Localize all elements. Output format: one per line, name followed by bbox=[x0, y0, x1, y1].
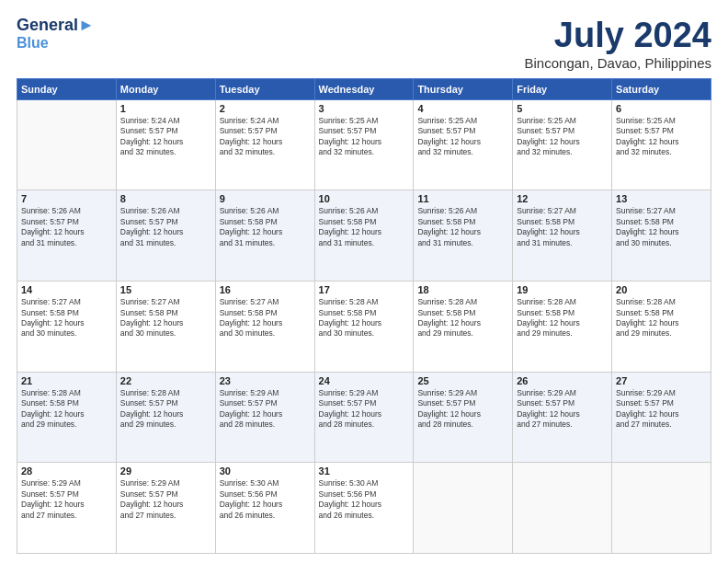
day-number: 3 bbox=[319, 103, 410, 114]
calendar-week-3: 14Sunrise: 5:27 AM Sunset: 5:58 PM Dayli… bbox=[17, 282, 711, 373]
page: General► Blue July 2024 Bincongan, Davao… bbox=[0, 0, 728, 563]
day-number: 27 bbox=[616, 375, 707, 386]
logo-text-line1: General► bbox=[17, 17, 95, 35]
day-number: 7 bbox=[21, 193, 112, 204]
calendar-week-2: 7Sunrise: 5:26 AM Sunset: 5:57 PM Daylig… bbox=[17, 190, 711, 282]
day-info: Sunrise: 5:29 AM Sunset: 5:57 PM Dayligh… bbox=[220, 388, 311, 431]
day-number: 9 bbox=[220, 193, 311, 204]
calendar-cell: 10Sunrise: 5:26 AM Sunset: 5:58 PM Dayli… bbox=[314, 190, 414, 282]
day-info: Sunrise: 5:28 AM Sunset: 5:58 PM Dayligh… bbox=[517, 297, 608, 339]
weekday-header-sunday: Sunday bbox=[17, 78, 117, 99]
calendar-cell: 25Sunrise: 5:29 AM Sunset: 5:57 PM Dayli… bbox=[414, 372, 513, 463]
day-info: Sunrise: 5:27 AM Sunset: 5:58 PM Dayligh… bbox=[120, 297, 211, 339]
calendar-cell bbox=[513, 463, 612, 554]
day-info: Sunrise: 5:28 AM Sunset: 5:58 PM Dayligh… bbox=[319, 297, 410, 339]
day-info: Sunrise: 5:30 AM Sunset: 5:56 PM Dayligh… bbox=[319, 478, 410, 521]
calendar-cell: 2Sunrise: 5:24 AM Sunset: 5:57 PM Daylig… bbox=[215, 99, 314, 190]
calendar-week-5: 28Sunrise: 5:29 AM Sunset: 5:57 PM Dayli… bbox=[17, 463, 711, 554]
weekday-header-tuesday: Tuesday bbox=[215, 78, 314, 99]
day-info: Sunrise: 5:25 AM Sunset: 5:57 PM Dayligh… bbox=[517, 116, 608, 158]
calendar-cell: 28Sunrise: 5:29 AM Sunset: 5:57 PM Dayli… bbox=[17, 463, 117, 554]
logo-blue: ► bbox=[78, 16, 95, 34]
day-number: 24 bbox=[319, 375, 410, 386]
day-number: 16 bbox=[220, 284, 311, 295]
calendar-week-1: 1Sunrise: 5:24 AM Sunset: 5:57 PM Daylig… bbox=[17, 99, 711, 190]
day-info: Sunrise: 5:29 AM Sunset: 5:57 PM Dayligh… bbox=[616, 388, 707, 431]
calendar-cell: 17Sunrise: 5:28 AM Sunset: 5:58 PM Dayli… bbox=[314, 282, 414, 373]
day-number: 2 bbox=[220, 103, 311, 114]
day-number: 10 bbox=[319, 193, 410, 204]
day-number: 22 bbox=[120, 375, 211, 386]
day-number: 12 bbox=[517, 193, 608, 204]
day-info: Sunrise: 5:29 AM Sunset: 5:57 PM Dayligh… bbox=[517, 388, 608, 431]
calendar-cell: 20Sunrise: 5:28 AM Sunset: 5:58 PM Dayli… bbox=[612, 282, 711, 373]
calendar-cell: 24Sunrise: 5:29 AM Sunset: 5:57 PM Dayli… bbox=[314, 372, 414, 463]
logo: General► Blue bbox=[17, 17, 95, 51]
logo-text-line2: Blue bbox=[17, 35, 95, 52]
calendar-cell: 13Sunrise: 5:27 AM Sunset: 5:58 PM Dayli… bbox=[612, 190, 711, 282]
day-info: Sunrise: 5:27 AM Sunset: 5:58 PM Dayligh… bbox=[21, 297, 112, 339]
calendar-cell: 5Sunrise: 5:25 AM Sunset: 5:57 PM Daylig… bbox=[513, 99, 612, 190]
day-info: Sunrise: 5:29 AM Sunset: 5:57 PM Dayligh… bbox=[21, 478, 112, 521]
day-number: 19 bbox=[517, 284, 608, 295]
day-number: 4 bbox=[417, 103, 508, 114]
calendar-cell: 4Sunrise: 5:25 AM Sunset: 5:57 PM Daylig… bbox=[414, 99, 513, 190]
title-block: July 2024 Bincongan, Davao, Philippines bbox=[525, 17, 711, 71]
calendar-table: SundayMondayTuesdayWednesdayThursdayFrid… bbox=[17, 78, 711, 554]
calendar-cell: 1Sunrise: 5:24 AM Sunset: 5:57 PM Daylig… bbox=[116, 99, 215, 190]
day-info: Sunrise: 5:30 AM Sunset: 5:56 PM Dayligh… bbox=[220, 478, 311, 521]
day-number: 11 bbox=[417, 193, 508, 204]
day-number: 6 bbox=[616, 103, 707, 114]
location: Bincongan, Davao, Philippines bbox=[525, 55, 711, 71]
calendar-cell: 31Sunrise: 5:30 AM Sunset: 5:56 PM Dayli… bbox=[314, 463, 414, 554]
day-number: 8 bbox=[120, 193, 211, 204]
day-info: Sunrise: 5:28 AM Sunset: 5:58 PM Dayligh… bbox=[616, 297, 707, 339]
day-number: 13 bbox=[616, 193, 707, 204]
day-info: Sunrise: 5:29 AM Sunset: 5:57 PM Dayligh… bbox=[417, 388, 508, 431]
calendar-cell: 19Sunrise: 5:28 AM Sunset: 5:58 PM Dayli… bbox=[513, 282, 612, 373]
calendar-cell: 7Sunrise: 5:26 AM Sunset: 5:57 PM Daylig… bbox=[17, 190, 117, 282]
day-number: 29 bbox=[120, 465, 211, 477]
day-info: Sunrise: 5:24 AM Sunset: 5:57 PM Dayligh… bbox=[220, 116, 311, 158]
calendar-cell: 29Sunrise: 5:29 AM Sunset: 5:57 PM Dayli… bbox=[116, 463, 215, 554]
day-info: Sunrise: 5:26 AM Sunset: 5:57 PM Dayligh… bbox=[21, 206, 112, 248]
month-year: July 2024 bbox=[525, 17, 711, 55]
weekday-header-monday: Monday bbox=[116, 78, 215, 99]
calendar-cell: 14Sunrise: 5:27 AM Sunset: 5:58 PM Dayli… bbox=[17, 282, 117, 373]
calendar-cell bbox=[414, 463, 513, 554]
day-info: Sunrise: 5:26 AM Sunset: 5:58 PM Dayligh… bbox=[220, 206, 311, 248]
calendar-cell: 23Sunrise: 5:29 AM Sunset: 5:57 PM Dayli… bbox=[215, 372, 314, 463]
calendar-cell: 12Sunrise: 5:27 AM Sunset: 5:58 PM Dayli… bbox=[513, 190, 612, 282]
calendar-cell: 9Sunrise: 5:26 AM Sunset: 5:58 PM Daylig… bbox=[215, 190, 314, 282]
day-number: 18 bbox=[417, 284, 508, 295]
day-number: 28 bbox=[21, 465, 112, 477]
day-number: 21 bbox=[21, 375, 112, 386]
calendar-cell: 6Sunrise: 5:25 AM Sunset: 5:57 PM Daylig… bbox=[612, 99, 711, 190]
calendar-cell: 18Sunrise: 5:28 AM Sunset: 5:58 PM Dayli… bbox=[414, 282, 513, 373]
calendar-cell: 21Sunrise: 5:28 AM Sunset: 5:58 PM Dayli… bbox=[17, 372, 117, 463]
calendar-cell bbox=[612, 463, 711, 554]
calendar-cell: 15Sunrise: 5:27 AM Sunset: 5:58 PM Dayli… bbox=[116, 282, 215, 373]
day-info: Sunrise: 5:27 AM Sunset: 5:58 PM Dayligh… bbox=[616, 206, 707, 248]
day-info: Sunrise: 5:25 AM Sunset: 5:57 PM Dayligh… bbox=[417, 116, 508, 158]
day-number: 30 bbox=[220, 465, 311, 477]
day-info: Sunrise: 5:26 AM Sunset: 5:57 PM Dayligh… bbox=[120, 206, 211, 248]
weekday-header-row: SundayMondayTuesdayWednesdayThursdayFrid… bbox=[17, 78, 711, 99]
day-info: Sunrise: 5:27 AM Sunset: 5:58 PM Dayligh… bbox=[220, 297, 311, 339]
day-number: 26 bbox=[517, 375, 608, 386]
header: General► Blue July 2024 Bincongan, Davao… bbox=[17, 17, 711, 71]
day-info: Sunrise: 5:28 AM Sunset: 5:58 PM Dayligh… bbox=[417, 297, 508, 339]
calendar-cell: 11Sunrise: 5:26 AM Sunset: 5:58 PM Dayli… bbox=[414, 190, 513, 282]
logo-icon: General► Blue bbox=[17, 17, 95, 51]
calendar-cell: 27Sunrise: 5:29 AM Sunset: 5:57 PM Dayli… bbox=[612, 372, 711, 463]
calendar-cell: 22Sunrise: 5:28 AM Sunset: 5:57 PM Dayli… bbox=[116, 372, 215, 463]
weekday-header-saturday: Saturday bbox=[612, 78, 711, 99]
day-number: 17 bbox=[319, 284, 410, 295]
calendar-cell: 16Sunrise: 5:27 AM Sunset: 5:58 PM Dayli… bbox=[215, 282, 314, 373]
calendar-cell: 26Sunrise: 5:29 AM Sunset: 5:57 PM Dayli… bbox=[513, 372, 612, 463]
day-number: 25 bbox=[417, 375, 508, 386]
day-info: Sunrise: 5:26 AM Sunset: 5:58 PM Dayligh… bbox=[417, 206, 508, 248]
calendar-cell: 8Sunrise: 5:26 AM Sunset: 5:57 PM Daylig… bbox=[116, 190, 215, 282]
day-info: Sunrise: 5:29 AM Sunset: 5:57 PM Dayligh… bbox=[319, 388, 410, 431]
weekday-header-thursday: Thursday bbox=[414, 78, 513, 99]
